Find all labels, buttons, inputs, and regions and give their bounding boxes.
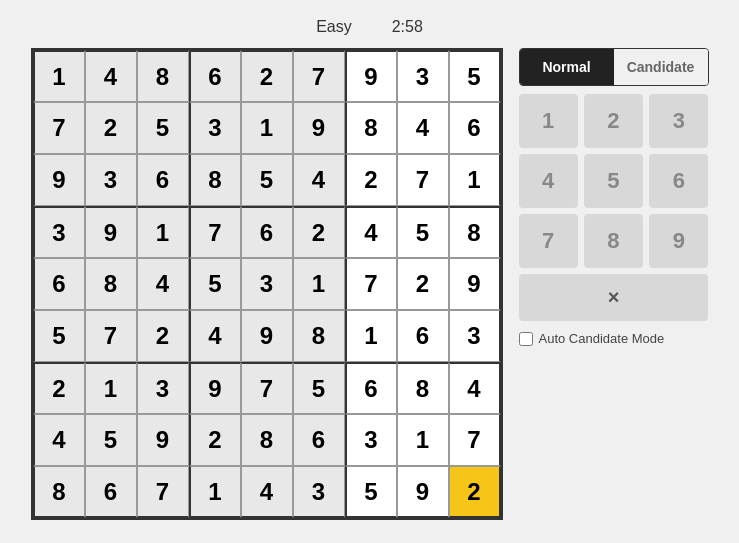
cell-2-2[interactable]: 6 (137, 154, 189, 206)
right-panel: Normal Candidate 123456789× Auto Candida… (519, 48, 709, 348)
erase-button[interactable]: × (519, 274, 709, 321)
sudoku-grid[interactable]: 1486279357253198469368542713917624586845… (31, 48, 503, 520)
cell-8-0[interactable]: 8 (33, 466, 85, 518)
cell-7-8[interactable]: 7 (449, 414, 501, 466)
cell-8-5[interactable]: 3 (293, 466, 345, 518)
cell-5-3[interactable]: 4 (189, 310, 241, 362)
cell-7-3[interactable]: 2 (189, 414, 241, 466)
numpad: 123456789× (519, 94, 709, 321)
cell-6-6[interactable]: 6 (345, 362, 397, 414)
cell-0-3[interactable]: 6 (189, 50, 241, 102)
cell-2-1[interactable]: 3 (85, 154, 137, 206)
cell-2-0[interactable]: 9 (33, 154, 85, 206)
cell-4-1[interactable]: 8 (85, 258, 137, 310)
candidate-mode-button[interactable]: Candidate (614, 49, 708, 85)
cell-0-4[interactable]: 2 (241, 50, 293, 102)
cell-2-3[interactable]: 8 (189, 154, 241, 206)
cell-6-1[interactable]: 1 (85, 362, 137, 414)
cell-0-5[interactable]: 7 (293, 50, 345, 102)
cell-6-8[interactable]: 4 (449, 362, 501, 414)
cell-3-2[interactable]: 1 (137, 206, 189, 258)
num-button-9[interactable]: 9 (649, 214, 708, 268)
cell-8-2[interactable]: 7 (137, 466, 189, 518)
cell-3-1[interactable]: 9 (85, 206, 137, 258)
auto-candidate-checkbox[interactable] (519, 332, 533, 346)
cell-4-3[interactable]: 5 (189, 258, 241, 310)
num-button-4[interactable]: 4 (519, 154, 578, 208)
cell-0-0[interactable]: 1 (33, 50, 85, 102)
cell-0-6[interactable]: 9 (345, 50, 397, 102)
cell-6-0[interactable]: 2 (33, 362, 85, 414)
cell-1-8[interactable]: 6 (449, 102, 501, 154)
cell-1-3[interactable]: 3 (189, 102, 241, 154)
timer-display: 2:58 (392, 18, 423, 36)
cell-7-5[interactable]: 6 (293, 414, 345, 466)
cell-6-7[interactable]: 8 (397, 362, 449, 414)
cell-3-3[interactable]: 7 (189, 206, 241, 258)
cell-0-7[interactable]: 3 (397, 50, 449, 102)
num-button-8[interactable]: 8 (584, 214, 643, 268)
cell-3-5[interactable]: 2 (293, 206, 345, 258)
cell-4-7[interactable]: 2 (397, 258, 449, 310)
cell-1-2[interactable]: 5 (137, 102, 189, 154)
cell-5-6[interactable]: 1 (345, 310, 397, 362)
cell-7-2[interactable]: 9 (137, 414, 189, 466)
cell-6-5[interactable]: 5 (293, 362, 345, 414)
cell-5-1[interactable]: 7 (85, 310, 137, 362)
cell-4-5[interactable]: 1 (293, 258, 345, 310)
cell-1-0[interactable]: 7 (33, 102, 85, 154)
cell-0-8[interactable]: 5 (449, 50, 501, 102)
cell-8-4[interactable]: 4 (241, 466, 293, 518)
cell-7-0[interactable]: 4 (33, 414, 85, 466)
cell-2-6[interactable]: 2 (345, 154, 397, 206)
cell-4-0[interactable]: 6 (33, 258, 85, 310)
cell-5-4[interactable]: 9 (241, 310, 293, 362)
num-button-6[interactable]: 6 (649, 154, 708, 208)
cell-6-2[interactable]: 3 (137, 362, 189, 414)
cell-3-6[interactable]: 4 (345, 206, 397, 258)
cell-1-7[interactable]: 4 (397, 102, 449, 154)
cell-5-2[interactable]: 2 (137, 310, 189, 362)
cell-5-7[interactable]: 6 (397, 310, 449, 362)
num-button-5[interactable]: 5 (584, 154, 643, 208)
cell-1-5[interactable]: 9 (293, 102, 345, 154)
top-bar: Easy 2:58 (10, 10, 729, 48)
cell-2-5[interactable]: 4 (293, 154, 345, 206)
cell-3-4[interactable]: 6 (241, 206, 293, 258)
cell-8-6[interactable]: 5 (345, 466, 397, 518)
cell-4-6[interactable]: 7 (345, 258, 397, 310)
cell-2-8[interactable]: 1 (449, 154, 501, 206)
cell-1-6[interactable]: 8 (345, 102, 397, 154)
cell-1-1[interactable]: 2 (85, 102, 137, 154)
cell-4-4[interactable]: 3 (241, 258, 293, 310)
num-button-7[interactable]: 7 (519, 214, 578, 268)
cell-4-2[interactable]: 4 (137, 258, 189, 310)
cell-3-7[interactable]: 5 (397, 206, 449, 258)
cell-6-3[interactable]: 9 (189, 362, 241, 414)
cell-4-8[interactable]: 9 (449, 258, 501, 310)
cell-6-4[interactable]: 7 (241, 362, 293, 414)
cell-1-4[interactable]: 1 (241, 102, 293, 154)
cell-8-7[interactable]: 9 (397, 466, 449, 518)
cell-8-3[interactable]: 1 (189, 466, 241, 518)
cell-2-7[interactable]: 7 (397, 154, 449, 206)
num-button-1[interactable]: 1 (519, 94, 578, 148)
auto-candidate-label: Auto Candidate Mode (539, 331, 665, 346)
normal-mode-button[interactable]: Normal (520, 49, 614, 85)
cell-0-1[interactable]: 4 (85, 50, 137, 102)
num-button-2[interactable]: 2 (584, 94, 643, 148)
cell-7-6[interactable]: 3 (345, 414, 397, 466)
cell-5-5[interactable]: 8 (293, 310, 345, 362)
cell-2-4[interactable]: 5 (241, 154, 293, 206)
cell-7-1[interactable]: 5 (85, 414, 137, 466)
cell-8-1[interactable]: 6 (85, 466, 137, 518)
cell-7-7[interactable]: 1 (397, 414, 449, 466)
cell-7-4[interactable]: 8 (241, 414, 293, 466)
cell-0-2[interactable]: 8 (137, 50, 189, 102)
cell-5-0[interactable]: 5 (33, 310, 85, 362)
cell-3-0[interactable]: 3 (33, 206, 85, 258)
cell-8-8[interactable]: 2 (449, 466, 501, 518)
cell-3-8[interactable]: 8 (449, 206, 501, 258)
cell-5-8[interactable]: 3 (449, 310, 501, 362)
num-button-3[interactable]: 3 (649, 94, 708, 148)
